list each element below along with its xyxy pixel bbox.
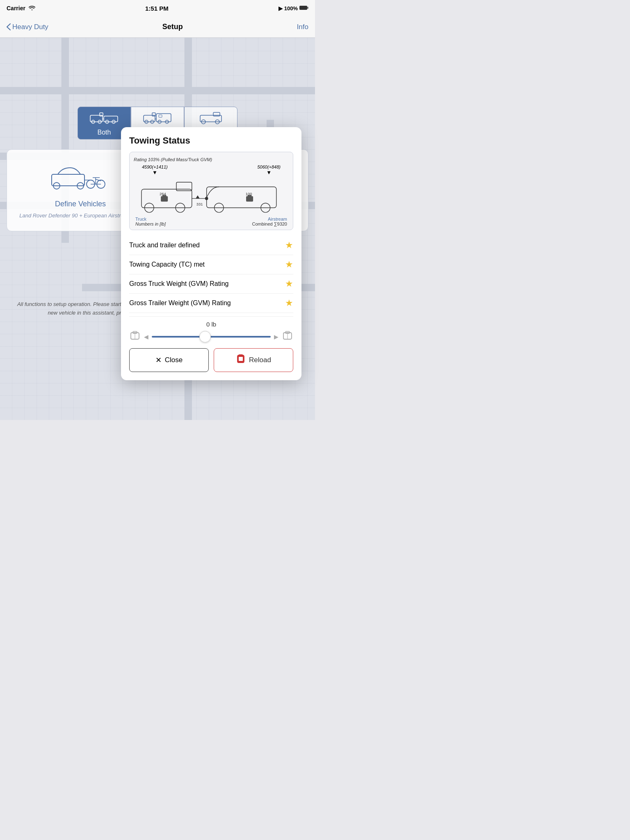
battery-percent: 100% <box>284 5 298 11</box>
svg-point-52 <box>215 203 224 212</box>
slider-left-arrow: ◀ <box>144 333 148 340</box>
svg-point-43 <box>144 203 154 212</box>
combined-label: Combined ∑9320 <box>252 221 287 226</box>
svg-rect-66 <box>239 357 243 361</box>
diagram-rating: Rating 103% (Pulled Mass/Truck GVM) <box>134 157 289 162</box>
slider-row: ◀ ▶ <box>129 331 293 342</box>
svg-rect-0 <box>299 6 307 10</box>
offroad-icon <box>199 110 223 127</box>
slider-right-arrow: ▶ <box>274 333 278 340</box>
status-star-1: ★ <box>285 259 293 270</box>
location-icon: ▶ <box>278 5 283 11</box>
svg-rect-42 <box>176 182 192 191</box>
svg-rect-45 <box>161 196 168 201</box>
luggage-value: 0 lb <box>129 321 293 328</box>
slider-track[interactable] <box>152 336 271 338</box>
reload-label: Reload <box>249 356 271 364</box>
diagram-svg: 264 100 331 <box>134 177 289 218</box>
svg-text:100: 100 <box>246 192 252 196</box>
truck-label: Truck <box>135 217 166 221</box>
back-button[interactable]: Heavy Duty <box>7 23 48 31</box>
truck-mass: 4590(+1411) <box>142 164 168 169</box>
status-star-3: ★ <box>285 298 293 308</box>
status-star-0: ★ <box>285 240 293 251</box>
battery-icon <box>299 5 308 11</box>
close-label: Close <box>165 356 183 364</box>
svg-rect-15 <box>159 115 162 117</box>
popup-buttons: ✕ Close Reload <box>129 348 293 372</box>
towing-popup: Towing Status Rating 103% (Pulled Mass/T… <box>121 127 301 380</box>
svg-point-53 <box>261 203 270 212</box>
svg-rect-54 <box>246 196 253 201</box>
status-star-2: ★ <box>285 278 293 289</box>
luggage-left-icon <box>129 331 141 342</box>
svg-marker-50 <box>196 195 199 199</box>
status-row-0: Truck and trailer defined ★ <box>129 236 293 255</box>
define-vehicles-icon <box>48 162 113 196</box>
luggage-section: 0 lb ◀ ▶ <box>129 316 293 342</box>
status-label-2: Gross Truck Weight (GVM) Rating <box>129 280 228 288</box>
both-label: Both <box>98 129 111 136</box>
status-row-1: Towing Capacity (TC) met ★ <box>129 255 293 274</box>
close-button[interactable]: ✕ Close <box>129 348 209 372</box>
svg-rect-65 <box>239 354 242 356</box>
reload-button[interactable]: Reload <box>214 348 293 372</box>
nav-bar: Heavy Duty Setup Info <box>0 16 315 38</box>
nav-title: Setup <box>162 23 183 31</box>
svg-rect-23 <box>52 174 84 186</box>
close-icon: ✕ <box>155 356 162 365</box>
status-left: Carrier <box>7 5 35 11</box>
wifi-icon <box>29 5 35 11</box>
svg-point-44 <box>176 203 185 212</box>
status-bar: Carrier 1:51 PM ▶ 100% <box>0 0 315 16</box>
status-row-3: Gross Trailer Weight (GVM) Rating ★ <box>129 294 293 313</box>
status-time: 1:51 PM <box>145 5 169 12</box>
camper-icon <box>143 110 172 127</box>
status-label-3: Gross Trailer Weight (GVM) Rating <box>129 299 231 307</box>
svg-text:331: 331 <box>196 202 203 206</box>
status-label-1: Towing Capacity (TC) met <box>129 261 205 268</box>
airstream-label: Airstream <box>252 217 287 221</box>
both-icon <box>90 110 119 127</box>
svg-rect-1 <box>308 7 308 9</box>
status-right: ▶ 100% <box>278 5 308 11</box>
info-button[interactable]: Info <box>297 23 308 31</box>
svg-text:264: 264 <box>160 192 166 196</box>
back-label: Heavy Duty <box>12 23 48 31</box>
carrier-label: Carrier <box>7 5 25 11</box>
define-vehicles-title: Define Vehicles <box>55 200 106 208</box>
popup-title: Towing Status <box>129 135 293 146</box>
airstream-mass: 5060(+848) <box>257 164 281 169</box>
status-row-2: Gross Truck Weight (GVM) Rating ★ <box>129 274 293 294</box>
status-label-0: Truck and trailer defined <box>129 242 200 249</box>
reload-icon <box>236 354 246 366</box>
towing-diagram: Rating 103% (Pulled Mass/Truck GVM) 4590… <box>129 152 293 230</box>
unit-label: Numbers in [lb] <box>135 221 166 226</box>
slider-thumb[interactable] <box>199 331 211 342</box>
luggage-right-icon <box>282 331 293 342</box>
